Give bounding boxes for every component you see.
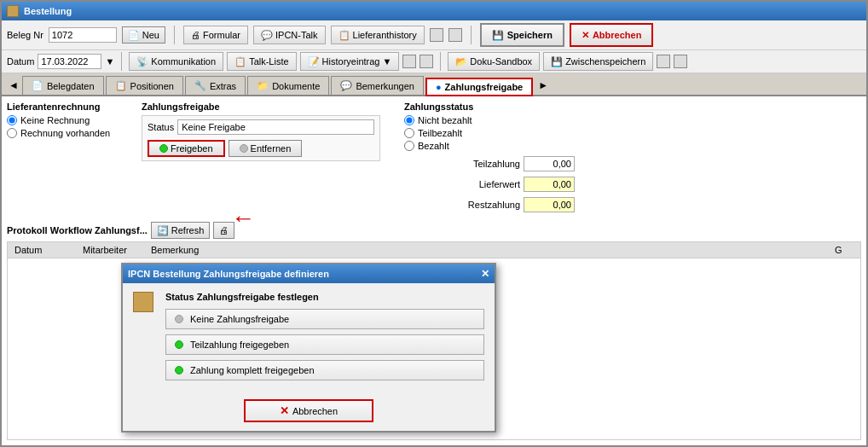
option3-dot (175, 366, 183, 374)
dropdown-arrow: ▼ (382, 56, 391, 67)
ipcn-talk-button[interactable]: 💬 IPCN-Talk (253, 26, 326, 44)
history-icon: 📋 (339, 30, 350, 41)
tab-prev-arrow[interactable]: ◄ (5, 78, 22, 93)
zahlung-komplett-button[interactable]: Zahlung komplett freigegeben (165, 360, 484, 380)
positionen-icon: 📋 (115, 80, 127, 91)
tab-dokumente[interactable]: 📁 Dokumente (247, 76, 329, 95)
tab-bemerkungen[interactable]: 💬 Bemerkungen (331, 76, 424, 95)
zahlungsfreigabe-dialog: IPCN Bestellung Zahlungsfreigabe definie… (121, 263, 496, 432)
liste-icon: 📋 (234, 56, 246, 67)
historyeintrag-button[interactable]: 📝 Historyeintrag ▼ (300, 52, 400, 71)
doku-icon: 📂 (455, 56, 467, 67)
tab-zahlungsfreigabe[interactable]: ● Zahlungsfreigabe (425, 78, 533, 96)
user-icon4 (420, 55, 433, 68)
user-icon2 (448, 28, 462, 42)
main-window: Bestellung Beleg Nr 📄 Neu 🖨 Formular 💬 I… (0, 0, 868, 447)
lieferanthistory-button[interactable]: 📋 Lieferanthistory (331, 26, 425, 44)
user-icon5 (674, 55, 687, 68)
beleg-input[interactable] (49, 27, 117, 43)
bemerkungen-icon: 💬 (340, 80, 352, 91)
extras-icon: 🔧 (194, 80, 206, 91)
tab-positionen[interactable]: 📋 Positionen (106, 76, 183, 95)
datum-label: Datum (7, 56, 34, 67)
kommunikation-button[interactable]: 📡 Kommunikation (129, 52, 223, 71)
teilzahlung-freigegeben-button[interactable]: Teilzahlung freigegeben (165, 334, 484, 355)
user-icon1 (430, 28, 443, 42)
dialog-icon-area (133, 292, 159, 386)
zwischen-icon: 💾 (551, 56, 563, 67)
datum-input[interactable] (38, 54, 101, 69)
dialog-abbrechen-icon: ✕ (280, 404, 289, 417)
keine-zahlungsfreigabe-button[interactable]: Keine Zahlungsfreigabe (165, 309, 484, 329)
dialog-title: IPCN Bestellung Zahlungsfreigabe definie… (128, 269, 329, 279)
zwischenspeichern-button[interactable]: 💾 Zwischenspeichern (543, 52, 653, 71)
dialog-body: Status Zahlungsfreigabe festlegen Keine … (123, 283, 495, 394)
dokumente-icon: 📁 (257, 80, 269, 91)
hist-icon: 📝 (308, 56, 320, 67)
calendar-icon[interactable]: ▼ (105, 56, 114, 67)
dialog-close-button[interactable]: ✕ (481, 268, 489, 280)
dialog-content: Status Zahlungsfreigabe festlegen Keine … (165, 292, 484, 386)
separator (174, 26, 175, 44)
abbrechen-button[interactable]: ✕ Abbrechen (570, 23, 653, 47)
zahlungs-icon: ● (436, 82, 442, 92)
formular-button[interactable]: 🖨 Formular (183, 26, 248, 44)
lock-icon (657, 55, 670, 68)
tab-extras[interactable]: 🔧 Extras (185, 76, 246, 95)
dialog-icon (133, 292, 153, 312)
sep3 (121, 52, 122, 71)
neu-button[interactable]: 📄 Neu (122, 26, 165, 44)
dialog-title-bar: IPCN Bestellung Zahlungsfreigabe definie… (123, 264, 495, 283)
option2-dot (175, 340, 183, 349)
save-icon: 💾 (492, 30, 504, 41)
separator2 (471, 26, 472, 44)
option1-dot (175, 315, 183, 323)
dialog-abbrechen-button[interactable]: ✕ Abbrechen (244, 399, 373, 422)
abort-icon: ✕ (582, 30, 589, 41)
belegdaten-icon: 📄 (32, 80, 43, 91)
dialog-footer: ✕ Abbrechen (123, 394, 495, 431)
formular-icon: 🖨 (191, 30, 200, 40)
user-icon3 (402, 55, 416, 68)
title-bar: Bestellung (2, 2, 866, 20)
tab-next-arrow[interactable]: ► (535, 78, 552, 93)
beleg-label: Beleg Nr (7, 30, 43, 40)
dialog-section-title: Status Zahlungsfreigabe festlegen (165, 292, 484, 302)
talk-icon: 💬 (261, 30, 273, 41)
dialog-overlay: IPCN Bestellung Zahlungsfreigabe definie… (2, 96, 866, 445)
window-title: Bestellung (24, 6, 72, 16)
doku-sandbox-button[interactable]: 📂 Doku-Sandbox (448, 52, 540, 71)
talk-liste-button[interactable]: 📋 Talk-Liste (227, 52, 296, 71)
neu-icon: 📄 (128, 30, 140, 41)
komm-icon: 📡 (136, 56, 148, 67)
tab-belegdaten[interactable]: 📄 Belegdaten (22, 76, 104, 95)
tabs-bar: ◄ 📄 Belegdaten 📋 Positionen 🔧 Extras 📁 D… (2, 73, 866, 96)
content-area: Lieferantenrechnung Keine Rechnung Rechn… (2, 96, 866, 445)
sep4 (440, 52, 441, 71)
window-icon (7, 5, 19, 17)
speichern-button[interactable]: 💾 Speichern (480, 23, 564, 47)
